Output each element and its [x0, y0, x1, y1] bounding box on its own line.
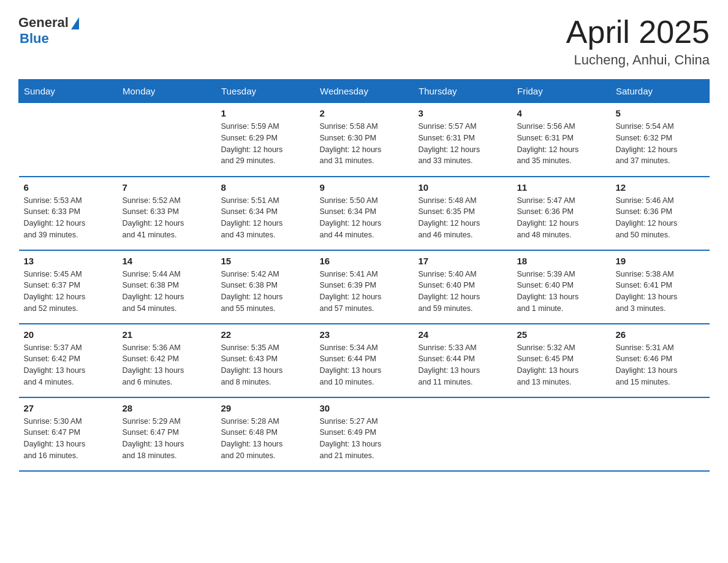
day-info: Sunrise: 5:57 AM Sunset: 6:31 PM Dayligh… — [419, 121, 507, 167]
calendar-cell: 5Sunrise: 5:54 AM Sunset: 6:32 PM Daylig… — [611, 103, 710, 177]
day-info: Sunrise: 5:28 AM Sunset: 6:48 PM Dayligh… — [221, 416, 310, 462]
day-number: 27 — [24, 403, 113, 413]
day-number: 7 — [123, 182, 211, 193]
day-number: 12 — [616, 182, 705, 193]
calendar-cell: 19Sunrise: 5:38 AM Sunset: 6:41 PM Dayli… — [611, 250, 710, 324]
calendar-cell: 29Sunrise: 5:28 AM Sunset: 6:48 PM Dayli… — [216, 397, 315, 471]
day-number: 3 — [419, 108, 507, 118]
day-info: Sunrise: 5:35 AM Sunset: 6:43 PM Dayligh… — [221, 342, 310, 388]
calendar-cell: 23Sunrise: 5:34 AM Sunset: 6:44 PM Dayli… — [315, 324, 414, 397]
calendar-cell: 22Sunrise: 5:35 AM Sunset: 6:43 PM Dayli… — [216, 324, 315, 397]
day-info: Sunrise: 5:37 AM Sunset: 6:42 PM Dayligh… — [24, 342, 113, 388]
day-info: Sunrise: 5:45 AM Sunset: 6:37 PM Dayligh… — [24, 269, 113, 315]
calendar-cell: 6Sunrise: 5:53 AM Sunset: 6:33 PM Daylig… — [19, 177, 118, 250]
day-number: 24 — [419, 329, 507, 340]
day-number: 5 — [616, 108, 705, 118]
calendar-cell — [414, 397, 512, 471]
day-info: Sunrise: 5:48 AM Sunset: 6:35 PM Dayligh… — [419, 195, 507, 241]
logo-triangle-icon — [71, 17, 79, 29]
weekday-header-tuesday: Tuesday — [216, 80, 315, 103]
calendar-cell: 21Sunrise: 5:36 AM Sunset: 6:42 PM Dayli… — [118, 324, 216, 397]
day-number: 19 — [616, 256, 705, 266]
calendar-week-row: 1Sunrise: 5:59 AM Sunset: 6:29 PM Daylig… — [19, 103, 710, 177]
weekday-header-row: SundayMondayTuesdayWednesdayThursdayFrid… — [19, 80, 710, 103]
calendar-cell — [512, 397, 611, 471]
day-info: Sunrise: 5:31 AM Sunset: 6:46 PM Dayligh… — [616, 342, 705, 388]
page-header: General Blue April 2025 Lucheng, Anhui, … — [18, 15, 710, 68]
weekday-header-wednesday: Wednesday — [315, 80, 414, 103]
calendar-cell — [118, 103, 216, 177]
day-info: Sunrise: 5:36 AM Sunset: 6:42 PM Dayligh… — [123, 342, 211, 388]
day-info: Sunrise: 5:50 AM Sunset: 6:34 PM Dayligh… — [320, 195, 409, 241]
calendar-cell: 26Sunrise: 5:31 AM Sunset: 6:46 PM Dayli… — [611, 324, 710, 397]
day-info: Sunrise: 5:41 AM Sunset: 6:39 PM Dayligh… — [320, 269, 409, 315]
day-info: Sunrise: 5:39 AM Sunset: 6:40 PM Dayligh… — [517, 269, 606, 315]
weekday-header-sunday: Sunday — [19, 80, 118, 103]
calendar-week-row: 27Sunrise: 5:30 AM Sunset: 6:47 PM Dayli… — [19, 397, 710, 471]
calendar-week-row: 20Sunrise: 5:37 AM Sunset: 6:42 PM Dayli… — [19, 324, 710, 397]
weekday-header-thursday: Thursday — [414, 80, 512, 103]
day-number: 22 — [221, 329, 310, 340]
calendar-cell: 8Sunrise: 5:51 AM Sunset: 6:34 PM Daylig… — [216, 177, 315, 250]
calendar-cell: 12Sunrise: 5:46 AM Sunset: 6:36 PM Dayli… — [611, 177, 710, 250]
day-info: Sunrise: 5:27 AM Sunset: 6:49 PM Dayligh… — [320, 416, 409, 462]
day-info: Sunrise: 5:51 AM Sunset: 6:34 PM Dayligh… — [221, 195, 310, 241]
day-info: Sunrise: 5:52 AM Sunset: 6:33 PM Dayligh… — [123, 195, 211, 241]
logo: General Blue — [18, 15, 79, 47]
day-number: 2 — [320, 108, 409, 118]
day-info: Sunrise: 5:53 AM Sunset: 6:33 PM Dayligh… — [24, 195, 113, 241]
day-info: Sunrise: 5:32 AM Sunset: 6:45 PM Dayligh… — [517, 342, 606, 388]
calendar-cell: 25Sunrise: 5:32 AM Sunset: 6:45 PM Dayli… — [512, 324, 611, 397]
weekday-header-saturday: Saturday — [611, 80, 710, 103]
logo-general: General — [18, 15, 69, 31]
day-number: 26 — [616, 329, 705, 340]
day-info: Sunrise: 5:34 AM Sunset: 6:44 PM Dayligh… — [320, 342, 409, 388]
day-number: 18 — [517, 256, 606, 266]
day-info: Sunrise: 5:47 AM Sunset: 6:36 PM Dayligh… — [517, 195, 606, 241]
day-number: 29 — [221, 403, 310, 413]
day-info: Sunrise: 5:54 AM Sunset: 6:32 PM Dayligh… — [616, 121, 705, 167]
day-info: Sunrise: 5:38 AM Sunset: 6:41 PM Dayligh… — [616, 269, 705, 315]
day-number: 30 — [320, 403, 409, 413]
location-title: Lucheng, Anhui, China — [566, 52, 710, 68]
day-info: Sunrise: 5:56 AM Sunset: 6:31 PM Dayligh… — [517, 121, 606, 167]
calendar-cell: 9Sunrise: 5:50 AM Sunset: 6:34 PM Daylig… — [315, 177, 414, 250]
day-info: Sunrise: 5:42 AM Sunset: 6:38 PM Dayligh… — [221, 269, 310, 315]
calendar-cell — [611, 397, 710, 471]
title-section: April 2025 Lucheng, Anhui, China — [566, 15, 710, 68]
day-number: 21 — [123, 329, 211, 340]
calendar-cell: 13Sunrise: 5:45 AM Sunset: 6:37 PM Dayli… — [19, 250, 118, 324]
calendar-cell: 7Sunrise: 5:52 AM Sunset: 6:33 PM Daylig… — [118, 177, 216, 250]
calendar-cell: 4Sunrise: 5:56 AM Sunset: 6:31 PM Daylig… — [512, 103, 611, 177]
month-title: April 2025 — [566, 15, 710, 50]
day-info: Sunrise: 5:40 AM Sunset: 6:40 PM Dayligh… — [419, 269, 507, 315]
weekday-header-monday: Monday — [118, 80, 216, 103]
calendar-cell: 20Sunrise: 5:37 AM Sunset: 6:42 PM Dayli… — [19, 324, 118, 397]
calendar-cell: 2Sunrise: 5:58 AM Sunset: 6:30 PM Daylig… — [315, 103, 414, 177]
calendar-cell: 11Sunrise: 5:47 AM Sunset: 6:36 PM Dayli… — [512, 177, 611, 250]
day-number: 20 — [24, 329, 113, 340]
calendar-cell: 28Sunrise: 5:29 AM Sunset: 6:47 PM Dayli… — [118, 397, 216, 471]
day-number: 15 — [221, 256, 310, 266]
calendar-cell: 3Sunrise: 5:57 AM Sunset: 6:31 PM Daylig… — [414, 103, 512, 177]
day-info: Sunrise: 5:33 AM Sunset: 6:44 PM Dayligh… — [419, 342, 507, 388]
day-info: Sunrise: 5:46 AM Sunset: 6:36 PM Dayligh… — [616, 195, 705, 241]
calendar-cell: 10Sunrise: 5:48 AM Sunset: 6:35 PM Dayli… — [414, 177, 512, 250]
day-number: 16 — [320, 256, 409, 266]
calendar-cell — [19, 103, 118, 177]
calendar-week-row: 6Sunrise: 5:53 AM Sunset: 6:33 PM Daylig… — [19, 177, 710, 250]
day-number: 1 — [221, 108, 310, 118]
day-number: 14 — [123, 256, 211, 266]
calendar-table: SundayMondayTuesdayWednesdayThursdayFrid… — [18, 79, 710, 472]
day-number: 10 — [419, 182, 507, 193]
day-number: 4 — [517, 108, 606, 118]
day-info: Sunrise: 5:44 AM Sunset: 6:38 PM Dayligh… — [123, 269, 211, 315]
day-number: 23 — [320, 329, 409, 340]
day-info: Sunrise: 5:30 AM Sunset: 6:47 PM Dayligh… — [24, 416, 113, 462]
day-number: 11 — [517, 182, 606, 193]
calendar-cell: 18Sunrise: 5:39 AM Sunset: 6:40 PM Dayli… — [512, 250, 611, 324]
day-info: Sunrise: 5:59 AM Sunset: 6:29 PM Dayligh… — [221, 121, 310, 167]
day-info: Sunrise: 5:29 AM Sunset: 6:47 PM Dayligh… — [123, 416, 211, 462]
day-number: 8 — [221, 182, 310, 193]
calendar-cell: 27Sunrise: 5:30 AM Sunset: 6:47 PM Dayli… — [19, 397, 118, 471]
